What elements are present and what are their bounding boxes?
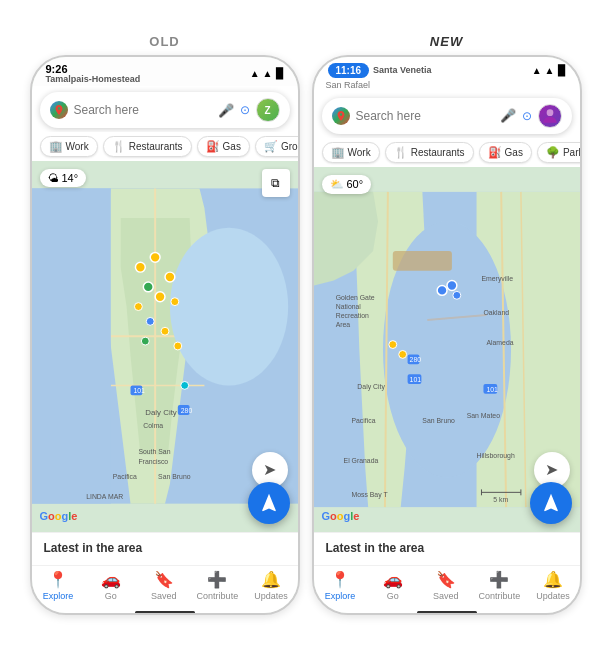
new-weather-icon: ⛅ [330,178,344,191]
svg-text:National: National [335,303,361,310]
new-nav-saved[interactable]: 🔖 Saved [426,570,466,601]
new-status-icons: ▲ ▲ ▉ [532,65,566,76]
new-home-indicator [417,611,477,614]
svg-text:LINDA MAR: LINDA MAR [86,493,123,500]
new-nav-explore-label: Explore [325,591,356,601]
svg-point-15 [165,273,175,283]
new-chip-work[interactable]: 🏢 Work [322,142,380,163]
svg-text:South San: South San [138,449,170,456]
old-search-bar[interactable]: Search here 🎤 ⊙ Z [40,92,290,128]
old-nav-updates-label: Updates [254,591,288,601]
svg-point-24 [180,382,188,390]
svg-text:Hillsborough: Hillsborough [476,451,514,459]
old-home-indicator [135,611,195,614]
old-directions-fab[interactable] [248,482,290,524]
old-nav-saved[interactable]: 🔖 Saved [144,570,184,601]
svg-point-4 [169,228,287,386]
old-nav-explore-label: Explore [43,591,74,601]
svg-point-20 [146,318,154,326]
new-map-area[interactable]: Golden Gate National Recreation Area Eme… [314,167,580,532]
svg-text:Alameda: Alameda [486,338,513,345]
old-time: 9:26 [46,63,141,75]
old-chip-gas-label: Gas [223,141,241,152]
new-chips-row: 🏢 Work 🍴 Restaurants ⛽ Gas 🌳 Parks [314,138,580,167]
svg-text:280: 280 [180,407,192,414]
new-go-icon: 🚗 [383,570,403,589]
svg-text:San Bruno: San Bruno [422,417,455,424]
new-mic-icon[interactable]: 🎤 [500,108,516,123]
old-chip-work[interactable]: 🏢 Work [40,136,98,157]
svg-point-23 [173,343,181,351]
old-nav-updates[interactable]: 🔔 Updates [251,570,291,601]
old-chip-work-label: Work [66,141,89,152]
old-avatar[interactable]: Z [256,98,280,122]
comparison-row: OLD 9:26 Tamalpais-Homestead ▲ ▲ ▉ [30,34,582,615]
old-layers-button[interactable]: ⧉ [262,169,290,197]
old-mic-icon[interactable]: 🎤 [218,103,234,118]
old-status-icons: ▲ ▲ ▉ [250,68,284,79]
new-contribute-icon: ➕ [489,570,509,589]
gas-icon: ⛽ [206,140,220,153]
svg-point-60 [398,350,406,358]
new-avatar[interactable] [538,104,562,128]
signal-icon: ▲ [250,68,260,79]
new-chip-restaurants[interactable]: 🍴 Restaurants [385,142,474,163]
svg-point-16 [143,282,153,292]
svg-point-17 [155,292,165,302]
new-chip-work-label: Work [348,147,371,158]
old-chip-groceries[interactable]: 🛒 Groceries [255,136,298,157]
new-nav-go-label: Go [387,591,399,601]
svg-text:Golden Gate: Golden Gate [335,294,374,301]
old-lens-icon[interactable]: ⊙ [240,103,250,117]
svg-point-19 [170,298,178,306]
svg-text:San Mateo: San Mateo [466,412,499,419]
old-phone-wrapper: OLD 9:26 Tamalpais-Homestead ▲ ▲ ▉ [30,34,300,615]
new-updates-icon: 🔔 [543,570,563,589]
old-chip-restaurants-label: Restaurants [129,141,183,152]
old-chip-gas[interactable]: ⛽ Gas [197,136,250,157]
svg-point-22 [141,338,149,346]
old-search-container: Search here 🎤 ⊙ Z [32,86,298,132]
old-weather-temp: 14° [62,172,79,184]
svg-text:Recreation: Recreation [335,311,368,318]
new-search-bar[interactable]: Search here 🎤 ⊙ [322,98,572,134]
old-latest-title: Latest in the area [44,541,286,555]
old-nav-go[interactable]: 🚗 Go [91,570,131,601]
new-nav-go[interactable]: 🚗 Go [373,570,413,601]
svg-text:Daly City: Daly City [357,382,385,390]
old-nav-explore[interactable]: 📍 Explore [38,570,78,601]
new-bottom-nav: 📍 Explore 🚗 Go 🔖 Saved ➕ Contribute [314,565,580,609]
svg-point-59 [388,340,396,348]
old-nav-contribute[interactable]: ➕ Contribute [197,570,239,601]
svg-text:Area: Area [335,320,350,327]
old-avatar-letter: Z [264,105,270,116]
old-chip-restaurants[interactable]: 🍴 Restaurants [103,136,192,157]
new-label: NEW [430,34,463,49]
work-icon: 🏢 [49,140,63,153]
new-search-text: Search here [356,109,494,123]
old-chip-groceries-label: Groceries [281,141,298,152]
new-sub-location: San Rafael [314,80,580,92]
groceries-icon: 🛒 [264,140,278,153]
new-nav-explore[interactable]: 📍 Explore [320,570,360,601]
updates-icon: 🔔 [261,570,281,589]
old-label: OLD [149,34,179,49]
new-chip-restaurants-label: Restaurants [411,147,465,158]
new-directions-fab[interactable] [530,482,572,524]
go-icon: 🚗 [101,570,121,589]
svg-text:Pacifica: Pacifica [112,473,136,480]
old-map-area[interactable]: Daly City Colma South San Francisco Paci… [32,161,298,531]
new-chip-parks[interactable]: 🌳 Parks [537,142,580,163]
old-location: Tamalpais-Homestead [46,75,141,85]
new-nav-updates[interactable]: 🔔 Updates [533,570,573,601]
old-bottom-nav: 📍 Explore 🚗 Go 🔖 Saved ➕ Contribute [32,565,298,609]
new-lens-icon[interactable]: ⊙ [522,109,532,123]
new-weather-temp: 60° [347,178,364,190]
old-nav-go-label: Go [105,591,117,601]
new-nav-contribute[interactable]: ➕ Contribute [479,570,521,601]
svg-text:Emeryville: Emeryville [481,274,513,282]
new-nav-updates-label: Updates [536,591,570,601]
new-chip-gas[interactable]: ⛽ Gas [479,142,532,163]
new-restaurants-icon: 🍴 [394,146,408,159]
svg-point-18 [134,303,142,311]
